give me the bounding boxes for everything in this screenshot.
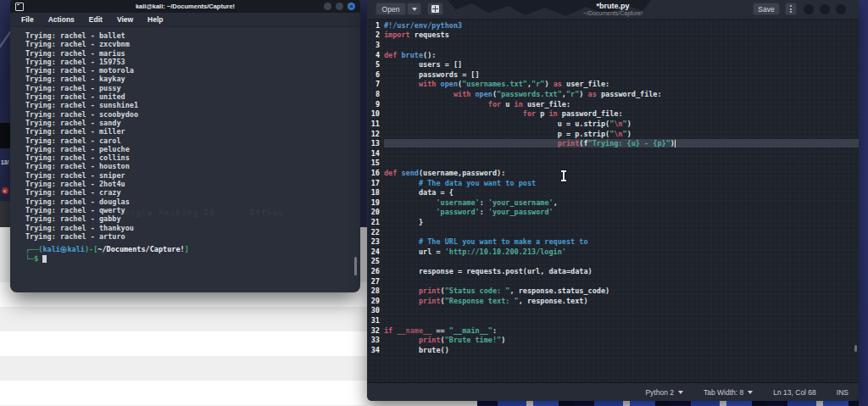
code-line-22[interactable]: 22 [367,227,859,237]
terminal-close-icon[interactable]: × [348,3,355,10]
terminal-output-line: Trying: rachel - gabby [25,214,138,223]
code-line-26[interactable]: 26 response = requests.post(url, data=da… [367,266,859,276]
code-line-34[interactable]: 34 brute() [367,345,859,355]
menu-item-actions[interactable]: Actions [48,15,75,24]
menu-item-help[interactable]: Help [147,15,163,24]
code-line-24[interactable]: 24 url = 'http://10.10.200.213/login' [367,247,859,257]
menu-button[interactable] [785,3,797,15]
code-line-5[interactable]: 5 users = [] [367,59,859,70]
code-line-10[interactable]: 10 for p in password_file: [367,108,859,119]
terminal-minimize-button[interactable] [324,3,331,10]
line-number: 14 [367,149,384,158]
code-line-1[interactable]: 1#!/usr/env/python3 [367,20,859,31]
terminal-output-line: Trying: rachel - 159753 [25,58,138,66]
code-line-29[interactable]: 29 print("Response text: ", response.tex… [367,296,859,306]
code-line-15[interactable]: 15 [367,159,859,169]
editor-close-button[interactable] [836,4,846,14]
language-label: Python 2 [645,388,674,397]
code-line-17[interactable]: 17 # The data you want to post [367,178,859,188]
line-number: 28 [367,286,384,295]
editor-minimize-button[interactable] [804,4,814,14]
terminal-output-line: Trying: rachel - pussy [25,84,138,92]
tab-width-selector[interactable]: Tab Width: 8 [704,388,753,397]
line-number: 34 [367,346,384,354]
menu-item-view[interactable]: View [117,15,133,24]
code-line-11[interactable]: 11 u = u.strip("\n") [367,119,859,129]
line-number: 17 [367,179,384,187]
line-number: 1 [367,21,384,30]
terminal-output-line: Trying: rachel - marius [25,49,138,58]
line-number: 6 [367,70,384,79]
line-number: 12 [367,130,384,138]
shell-prompt: ┌──(kali㉿kali)-[~/Documents/Capture!]└─$ [25,245,189,263]
line-number: 29 [367,297,384,305]
code-line-28[interactable]: 28 print("Status code: ", response.statu… [367,286,859,296]
language-selector[interactable]: Python 2 [645,388,683,397]
code-line-33[interactable]: 33 print("Brute time!") [367,336,859,346]
chevron-down-icon [678,391,683,394]
terminal-maximize-button[interactable] [336,3,343,10]
code-line-9[interactable]: 9 for u in user_file: [367,99,859,109]
background-window-fragment [0,123,10,148]
insert-mode-label: INS [837,388,849,397]
line-number: 22 [367,228,384,236]
menu-item-file[interactable]: File [21,15,34,24]
terminal-menubar: FileActionsEditViewHelp [10,13,360,27]
wallpaper-bottom-strip [477,401,859,406]
code-line-30[interactable]: 30 [367,306,859,316]
terminal-output-line: Trying: rachel - houston [25,162,138,170]
cursor-position[interactable]: Ln 13, Col 68 [773,388,816,397]
background-browser-bottom [367,401,477,406]
terminal-scrollbar[interactable] [354,257,357,275]
code-line-13[interactable]: 13 print(f"Trying: {u} - {p}") [367,138,859,148]
terminal-output-line: Trying: rachel - sniper [25,171,138,180]
line-number: 2 [367,31,384,39]
editor-headerbar[interactable]: Open *brute.py ~/Documents/Capture! Save [367,0,859,19]
line-number: 15 [367,159,384,167]
code-line-31[interactable]: 31 [367,315,859,325]
line-number: 20 [367,208,384,216]
code-line-7[interactable]: 7 with open("usernames.txt","r") as user… [367,80,859,90]
editor-statusbar: Python 2 Tab Width: 8 Ln 13, Col 68 INS [367,382,859,401]
text-caret [675,140,676,147]
line-number: 33 [367,336,384,344]
code-editing-area[interactable]: 1#!/usr/env/python32import requests34def… [367,19,859,382]
code-line-2[interactable]: 2import requests [367,31,859,41]
code-line-18[interactable]: 18 data = { [367,187,859,197]
editor-scrollbar[interactable] [854,345,857,352]
code-line-20[interactable]: 20 'password': 'your_password' [367,208,859,218]
line-number: 7 [367,80,384,88]
terminal-output-area[interactable]: Google Hacking DB OffSec Trying: rachel … [10,28,360,292]
code-line-27[interactable]: 27 [367,276,859,286]
cursor-position-label: Ln 13, Col 68 [773,388,816,397]
terminal-output-line: Trying: rachel - collins [25,153,138,162]
wallpaper-streak [0,24,10,58]
terminal-output-line: Trying: rachel - sunshine1 [25,101,138,109]
kebab-menu-icon [790,5,792,13]
code-line-19[interactable]: 19 'username': 'your_username', [367,197,859,208]
code-line-12[interactable]: 12 p = p.strip("\n") [367,129,859,139]
code-line-23[interactable]: 23 # The URL you want to make a request … [367,236,859,247]
chevron-down-icon [748,391,753,394]
line-number: 4 [367,51,384,59]
line-number: 24 [367,247,384,256]
background-browser-table-rows [0,282,367,406]
terminal-output-line: Trying: rachel - crazy [25,188,138,197]
line-number: 26 [367,267,384,275]
terminal-titlebar[interactable]: kali@kali: ~/Documents/Capture! × [10,0,360,13]
code-line-25[interactable]: 25 [367,257,859,267]
save-button[interactable]: Save [753,3,780,15]
code-line-8[interactable]: 8 with open("passwords.txt","r") as pass… [367,89,859,99]
line-number: 16 [367,169,384,177]
code-line-6[interactable]: 6 passwords = [] [367,70,859,80]
editor-maximize-button[interactable] [820,4,830,14]
terminal-title: kali@kali: ~/Documents/Capture! [10,3,360,10]
line-number: 31 [367,316,384,325]
code-line-16[interactable]: 16def send(username,password): [367,168,859,178]
menu-item-edit[interactable]: Edit [89,15,103,24]
code-line-3[interactable]: 3 [367,40,859,50]
code-line-14[interactable]: 14 [367,148,859,159]
code-line-32[interactable]: 32if __name__ == "__main__": [367,325,859,336]
code-line-21[interactable]: 21 } [367,217,859,227]
code-line-4[interactable]: 4def brute(): [367,50,859,60]
